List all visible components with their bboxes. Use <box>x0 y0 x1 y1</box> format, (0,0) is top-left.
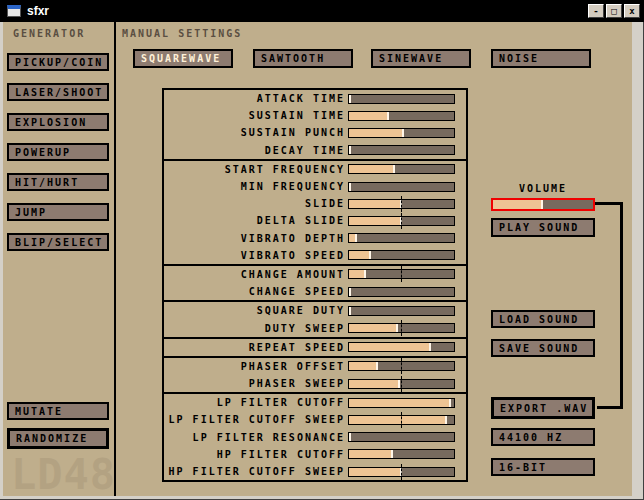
slider-vibrato-speed[interactable] <box>348 250 455 260</box>
waveform-button-sawtooth[interactable]: SAWTOOTH <box>253 49 353 68</box>
sfxr-window: sfxr - □ x GENERATOR PICKUP/COINLASER/SH… <box>0 0 644 500</box>
slider-sustain-time[interactable] <box>348 111 455 121</box>
slider-label: LP FILTER CUTOFF <box>164 397 348 408</box>
slider-row-sustain-time: SUSTAIN TIME <box>164 107 466 124</box>
slider-row-repeat-speed: REPEAT SPEED <box>164 339 466 356</box>
slider-fill <box>349 251 371 259</box>
slider-lp-filter-cutoff[interactable] <box>348 398 455 408</box>
waveform-button-squarewave[interactable]: SQUAREWAVE <box>133 49 233 68</box>
generator-heading: GENERATOR <box>13 28 85 39</box>
slider-duty-sweep[interactable] <box>348 323 455 333</box>
generator-button-jump[interactable]: JUMP <box>7 203 109 221</box>
save-sound-button[interactable]: SAVE SOUND <box>491 339 595 357</box>
slider-group-2: START FREQUENCYMIN FREQUENCYSLIDEDELTA S… <box>162 159 468 266</box>
slider-marker <box>369 251 371 259</box>
slider-hp-filter-cutoff[interactable] <box>348 449 455 459</box>
volume-label: VOLUME <box>491 183 595 194</box>
slider-row-vibrato-depth: VIBRATO DEPTH <box>164 230 466 247</box>
export-wav-button[interactable]: EXPORT .WAV <box>491 397 595 419</box>
slider-label: HP FILTER CUTOFF <box>164 449 348 460</box>
slider-label: CHANGE SPEED <box>164 286 348 297</box>
minimize-button[interactable]: - <box>588 4 604 18</box>
slider-sustain-punch[interactable] <box>348 128 455 138</box>
slider-fill <box>349 343 431 351</box>
sidebar-divider <box>114 22 116 496</box>
slider-label: START FREQUENCY <box>164 164 348 175</box>
slider-phaser-sweep[interactable] <box>348 379 455 389</box>
volume-marker <box>541 200 543 209</box>
center-zero-tick <box>401 358 402 374</box>
slider-row-square-duty: SQUARE DUTY <box>164 302 466 319</box>
manual-settings-heading: MANUAL SETTINGS <box>122 28 242 39</box>
center-zero-tick <box>401 320 402 336</box>
slider-min-frequency[interactable] <box>348 182 455 192</box>
volume-slider[interactable] <box>491 198 595 211</box>
slider-marker <box>355 234 357 242</box>
slider-marker <box>349 307 351 315</box>
slider-label: LP FILTER CUTOFF SWEEP <box>164 414 348 425</box>
generator-button-laser-shoot[interactable]: LASER/SHOOT <box>7 83 109 101</box>
slider-change-amount[interactable] <box>348 269 455 279</box>
slider-square-duty[interactable] <box>348 306 455 316</box>
title-bar: sfxr - □ x <box>0 0 644 22</box>
slider-row-attack-time: ATTACK TIME <box>164 90 466 107</box>
slider-marker <box>349 95 351 103</box>
slider-row-lp-filter-cutoff: LP FILTER CUTOFF <box>164 394 466 411</box>
slider-fill <box>349 380 400 388</box>
slider-delta-slide[interactable] <box>348 216 455 226</box>
slider-hp-filter-cutoff-sweep[interactable] <box>348 467 455 477</box>
generator-button-list: PICKUP/COINLASER/SHOOTEXPLOSIONPOWERUPHI… <box>7 53 109 263</box>
load-sound-button[interactable]: LOAD SOUND <box>491 310 595 328</box>
center-zero-tick <box>401 196 402 212</box>
slider-lp-filter-resonance[interactable] <box>348 432 455 442</box>
slider-change-speed[interactable] <box>348 287 455 297</box>
slider-group-7: LP FILTER CUTOFFLP FILTER CUTOFF SWEEPLP… <box>162 392 468 482</box>
center-zero-tick <box>401 464 402 480</box>
slider-row-delta-slide: DELTA SLIDE <box>164 212 466 229</box>
close-button[interactable]: x <box>624 4 640 18</box>
slider-marker <box>387 112 389 120</box>
slider-marker <box>449 399 451 407</box>
slider-start-frequency[interactable] <box>348 164 455 174</box>
slider-fill <box>349 165 395 173</box>
samplerate-button[interactable]: 44100 HZ <box>491 428 595 446</box>
maximize-button[interactable]: □ <box>606 4 622 18</box>
slider-label: REPEAT SPEED <box>164 342 348 353</box>
generator-button-hit-hurt[interactable]: HIT/HURT <box>7 173 109 191</box>
wire-horizontal-top <box>595 202 623 205</box>
slider-label: LP FILTER RESONANCE <box>164 432 348 443</box>
waveform-button-sinewave[interactable]: SINEWAVE <box>371 49 471 68</box>
slider-fill <box>349 324 398 332</box>
slider-phaser-offset[interactable] <box>348 361 455 371</box>
slider-row-lp-filter-cutoff-sweep: LP FILTER CUTOFF SWEEP <box>164 411 466 428</box>
slider-repeat-speed[interactable] <box>348 342 455 352</box>
generator-button-explosion[interactable]: EXPLOSION <box>7 113 109 131</box>
mutate-button[interactable]: MUTATE <box>7 402 109 420</box>
slider-fill <box>349 217 402 225</box>
slider-label: HP FILTER CUTOFF SWEEP <box>164 466 348 477</box>
slider-fill <box>349 200 402 208</box>
slider-decay-time[interactable] <box>348 145 455 155</box>
generator-button-pickup-coin[interactable]: PICKUP/COIN <box>7 53 109 71</box>
slider-label: DECAY TIME <box>164 145 348 156</box>
slider-row-phaser-offset: PHASER OFFSET <box>164 358 466 375</box>
bits-button[interactable]: 16-BIT <box>491 458 595 476</box>
slider-row-lp-filter-resonance: LP FILTER RESONANCE <box>164 429 466 446</box>
slider-marker <box>349 146 351 154</box>
slider-lp-filter-cutoff-sweep[interactable] <box>348 415 455 425</box>
randomize-button[interactable]: RANDOMIZE <box>7 428 109 449</box>
slider-row-phaser-sweep: PHASER SWEEP <box>164 375 466 392</box>
slider-label: SUSTAIN TIME <box>164 110 348 121</box>
generator-button-powerup[interactable]: POWERUP <box>7 143 109 161</box>
slider-label: MIN FREQUENCY <box>164 181 348 192</box>
waveform-button-noise[interactable]: NOISE <box>491 49 591 68</box>
generator-button-blip-select[interactable]: BLIP/SELECT <box>7 233 109 251</box>
slider-slide[interactable] <box>348 199 455 209</box>
slider-group-3: CHANGE AMOUNTCHANGE SPEED <box>162 264 468 302</box>
slider-attack-time[interactable] <box>348 94 455 104</box>
play-sound-button[interactable]: PLAY SOUND <box>491 218 595 237</box>
slider-vibrato-depth[interactable] <box>348 233 455 243</box>
slider-marker <box>393 165 395 173</box>
slider-group-4: SQUARE DUTYDUTY SWEEP <box>162 300 468 338</box>
slider-label: DELTA SLIDE <box>164 215 348 226</box>
